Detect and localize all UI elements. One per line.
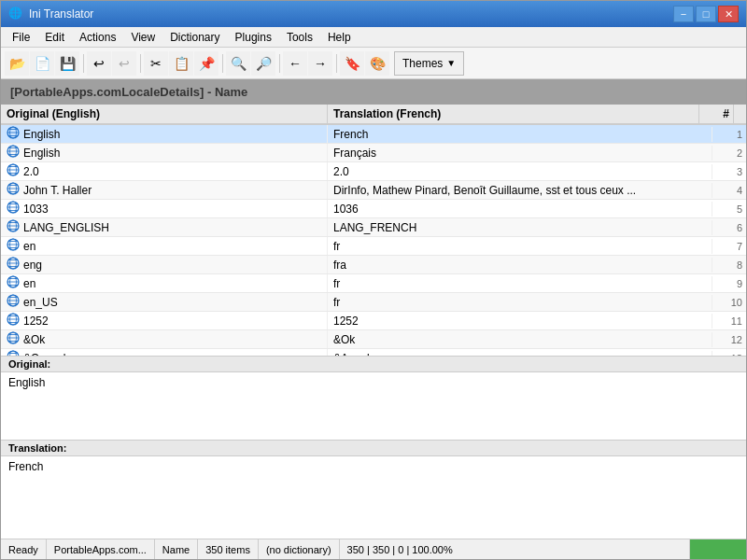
row-translation-text: DirInfo, Mathew Pinard, Benoît Guillaume…	[328, 183, 712, 198]
row-original: 1033	[1, 200, 328, 217]
row-original-text: John T. Haller	[23, 184, 92, 197]
table-row[interactable]: engfra8	[1, 256, 746, 274]
status-dictionary: (no dictionary)	[259, 539, 340, 559]
menu-item-edit[interactable]: Edit	[37, 27, 72, 47]
title-bar: 🌐 Ini Translator − □ ✕	[1, 1, 746, 27]
menu-item-file[interactable]: File	[5, 27, 37, 47]
status-section: Name	[155, 539, 198, 559]
row-num: 2	[712, 147, 746, 160]
save-button[interactable]: 💾	[55, 51, 79, 76]
row-original: LANG_ENGLISH	[1, 218, 328, 236]
app-icon: 🌐	[8, 7, 23, 21]
row-original: 1252	[1, 312, 328, 329]
toolbar-sep-4	[276, 51, 282, 76]
menu-bar: FileEditActionsViewDictionaryPluginsTool…	[1, 27, 746, 48]
menu-item-tools[interactable]: Tools	[279, 27, 320, 47]
table-row[interactable]: EnglishFrench1	[1, 125, 746, 144]
row-num: 8	[712, 259, 746, 272]
row-translation-text: 1036	[328, 202, 712, 217]
original-content: English	[1, 372, 746, 440]
row-num: 4	[712, 184, 746, 197]
paste-button[interactable]: 📌	[194, 51, 218, 76]
table-row[interactable]: EnglishFrançais2	[1, 144, 746, 162]
row-original-text: 2.0	[23, 165, 39, 178]
back-button[interactable]: ←	[283, 51, 307, 76]
palette-button[interactable]: 🎨	[365, 51, 389, 76]
menu-item-view[interactable]: View	[123, 27, 162, 47]
toolbar-sep-3	[219, 51, 225, 76]
row-translation-text: fr	[328, 276, 712, 291]
row-original-text: &Cancel	[23, 352, 65, 357]
col-header-num: #	[699, 105, 733, 123]
table-row[interactable]: 1252125211	[1, 312, 746, 330]
table-row[interactable]: 2.02.03	[1, 162, 746, 181]
row-num: 9	[712, 277, 746, 290]
globe-icon	[7, 238, 20, 254]
redo-button[interactable]: ↩	[112, 51, 136, 76]
table-row[interactable]: enfr9	[1, 274, 746, 293]
col-header-original: Original (English)	[1, 105, 328, 123]
main-content: Original (English) Translation (French) …	[1, 105, 746, 539]
row-num: 10	[712, 296, 746, 309]
row-num: 6	[712, 221, 746, 234]
row-num: 7	[712, 240, 746, 253]
translation-label: Translation:	[1, 441, 746, 456]
minimize-button[interactable]: −	[673, 6, 694, 22]
table-row[interactable]: en_USfr10	[1, 293, 746, 312]
close-button[interactable]: ✕	[718, 6, 739, 22]
lower-panels: Original: English Translation: French	[1, 357, 746, 539]
open-ini-button[interactable]: 📄	[30, 51, 54, 76]
original-panel: Original: English	[1, 357, 746, 441]
forward-button[interactable]: →	[308, 51, 332, 76]
row-translation-text: French	[328, 127, 712, 142]
table-row[interactable]: enfr7	[1, 237, 746, 256]
globe-icon	[7, 219, 20, 235]
globe-icon	[7, 313, 20, 329]
menu-item-actions[interactable]: Actions	[72, 27, 123, 47]
row-original: John T. Haller	[1, 181, 328, 199]
translation-panel: Translation: French	[1, 441, 746, 539]
row-num: 11	[712, 315, 746, 328]
undo-button[interactable]: ↩	[87, 51, 111, 76]
toolbar-sep-5	[333, 51, 339, 76]
row-num: 12	[712, 333, 746, 346]
menu-item-plugins[interactable]: Plugins	[228, 27, 279, 47]
table-row[interactable]: 103310365	[1, 200, 746, 218]
section-header: [PortableApps.comLocaleDetails] - Name	[1, 79, 746, 105]
cut-button[interactable]: ✂	[144, 51, 168, 76]
row-translation-text: fr	[328, 239, 712, 254]
menu-item-help[interactable]: Help	[320, 27, 359, 47]
bookmark-button[interactable]: 🔖	[340, 51, 364, 76]
globe-icon	[7, 201, 20, 217]
row-original-text: eng	[23, 259, 42, 272]
status-bar: Ready PortableApps.com... Name 350 items…	[1, 539, 746, 559]
table-row[interactable]: &Cancel&Annuler13	[1, 349, 746, 356]
row-original: en	[1, 274, 328, 292]
row-num: 5	[712, 203, 746, 216]
status-file: PortableApps.com...	[47, 539, 155, 559]
table-row[interactable]: John T. HallerDirInfo, Mathew Pinard, Be…	[1, 181, 746, 200]
row-original-text: 1033	[23, 203, 49, 216]
row-translation-text: &Ok	[328, 332, 712, 347]
row-translation-text: &Annuler	[328, 351, 712, 357]
col-header-translation: Translation (French)	[328, 105, 699, 123]
copy-button[interactable]: 📋	[169, 51, 193, 76]
table-row[interactable]: LANG_ENGLISHLANG_FRENCH6	[1, 218, 746, 237]
row-original: eng	[1, 256, 328, 273]
row-original: English	[1, 144, 328, 161]
search-button[interactable]: 🔍	[226, 51, 250, 76]
open-button[interactable]: 📂	[5, 51, 29, 76]
menu-item-dictionary[interactable]: Dictionary	[162, 27, 227, 47]
row-num: 1	[712, 128, 746, 141]
row-original: English	[1, 125, 328, 143]
globe-icon	[7, 294, 20, 310]
themes-dropdown[interactable]: Themes ▼	[394, 51, 464, 76]
table-row[interactable]: &Ok&Ok12	[1, 330, 746, 349]
search2-button[interactable]: 🔎	[251, 51, 275, 76]
globe-icon	[7, 182, 20, 198]
themes-label: Themes	[402, 57, 443, 70]
row-num: 13	[712, 352, 746, 357]
table-body: EnglishFrench1EnglishFrançais22.02.03Joh…	[1, 125, 746, 356]
globe-icon	[7, 350, 20, 356]
maximize-button[interactable]: □	[696, 6, 716, 22]
